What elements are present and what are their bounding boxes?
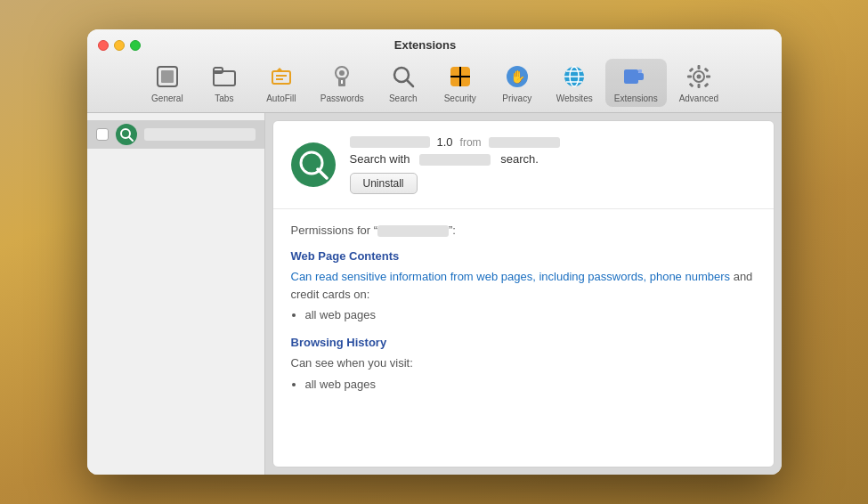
websites-label: Websites [556,93,593,103]
svg-rect-23 [624,69,638,84]
svg-rect-34 [689,83,694,88]
browsing-history-list: all web pages [305,378,756,391]
extension-from-label: from [460,136,482,149]
search-label: Search [389,93,418,103]
toolbar-item-search[interactable]: Search [377,59,430,107]
svg-rect-4 [272,71,290,84]
sidebar [87,113,265,475]
toolbar-item-general[interactable]: General [141,59,194,107]
advanced-icon [685,62,713,91]
websites-icon [560,62,588,91]
svg-point-8 [339,70,345,76]
title-bar: Extensions General [87,29,782,113]
passwords-label: Passwords [320,93,364,103]
title-bar-top: Extensions [98,38,771,52]
svg-rect-1 [161,70,174,83]
svg-rect-29 [697,84,700,88]
toolbar-item-autofill[interactable]: AutoFill [255,59,308,107]
extension-description: Search with search. [350,152,756,166]
search-with-label: Search with [350,152,410,166]
web-page-contents-title: Web Page Contents [291,249,756,263]
toolbar: General Tabs [141,59,727,112]
search-suffix: search. [500,152,539,166]
toolbar-item-security[interactable]: Security [434,59,487,107]
extension-checkbox[interactable] [96,128,109,141]
security-label: Security [444,93,476,103]
permissions-for-suffix: ”: [449,224,456,237]
browsing-history-item: all web pages [305,378,756,391]
detail-header: 1.0 from Search with search. Uninstall [273,121,774,209]
window-title: Extensions [87,38,771,52]
toolbar-item-privacy[interactable]: ✋ Privacy [491,59,544,107]
svg-rect-31 [706,76,710,78]
ext-search-name-placeholder [419,154,491,166]
browsing-history-desc: Can see when you visit: [291,354,756,372]
extension-version: 1.0 [437,135,453,149]
permissions-ext-name [377,225,449,237]
browsing-history-title: Browsing History [291,336,756,349]
svg-rect-30 [687,76,692,78]
toolbar-item-tabs[interactable]: Tabs [198,59,251,107]
general-label: General [151,93,183,103]
permissions-for-label: Permissions for “ [291,224,378,237]
svg-text:✋: ✋ [509,69,525,85]
sidebar-extension-item[interactable] [87,120,264,149]
extension-name-sidebar [144,128,256,141]
web-page-contents-group: Web Page Contents Can read sensitive inf… [291,249,756,321]
toolbar-item-websites[interactable]: Websites [548,59,602,107]
toolbar-item-passwords[interactable]: Passwords [312,59,373,107]
privacy-label: Privacy [502,93,531,103]
autofill-label: AutoFill [266,93,296,103]
svg-rect-24 [637,73,644,80]
extension-small-icon [116,124,137,145]
web-page-contents-desc: Can read sensitive information from web … [291,268,756,303]
search-icon [389,62,418,91]
svg-line-12 [407,80,413,86]
toolbar-item-extensions[interactable]: Extensions [605,59,667,107]
extension-icon-large [291,142,336,187]
web-page-highlight-text: Can read sensitive information from web … [291,270,731,283]
general-icon [153,62,182,91]
safari-window: Extensions General [87,29,782,475]
svg-rect-28 [697,65,700,69]
main-content: 1.0 from Search with search. Uninstall [87,113,782,475]
svg-rect-33 [704,68,710,73]
extension-name-row: 1.0 from [350,135,756,149]
advanced-label: Advanced [679,93,718,103]
tabs-icon [210,62,239,91]
tabs-label: Tabs [215,93,233,103]
svg-line-39 [318,169,327,178]
web-page-item: all web pages [305,308,756,321]
autofill-icon [267,62,296,91]
extension-info: 1.0 from Search with search. Uninstall [350,135,756,194]
svg-line-37 [129,137,133,141]
extensions-label: Extensions [614,93,658,103]
extension-from-placeholder [489,137,560,148]
extension-name-placeholder [350,136,430,148]
browsing-history-group: Browsing History Can see when you visit:… [291,336,756,391]
privacy-icon: ✋ [503,62,531,91]
svg-rect-32 [689,68,694,73]
toolbar-item-advanced[interactable]: Advanced [670,59,727,107]
security-icon [446,62,475,91]
uninstall-button[interactable]: Uninstall [350,173,418,194]
detail-panel: 1.0 from Search with search. Uninstall [272,120,775,467]
extensions-icon [621,62,650,91]
permissions-section: Permissions for “”: Web Page Contents Ca… [273,209,774,467]
permissions-for-text: Permissions for “”: [291,224,756,237]
web-page-contents-list: all web pages [305,308,756,321]
passwords-icon [328,62,356,91]
svg-point-27 [696,75,701,79]
svg-rect-25 [638,69,642,73]
svg-rect-35 [704,83,710,88]
